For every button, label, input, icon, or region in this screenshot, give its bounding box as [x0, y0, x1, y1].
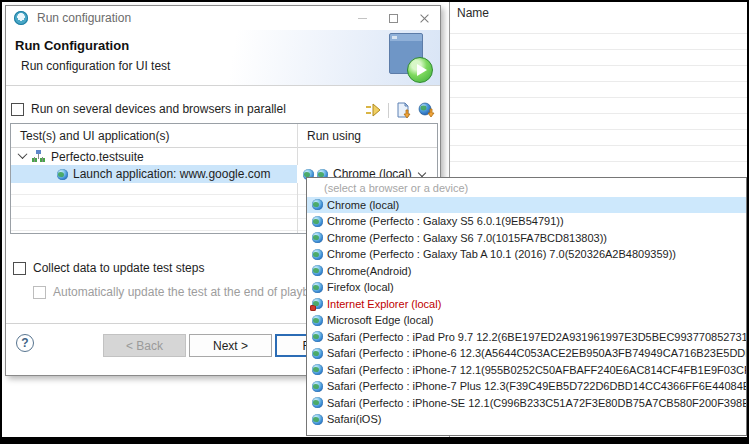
launch-application-cell[interactable]: Launch application: www.google.com [11, 165, 297, 183]
browser-device-dropdown: (select a browser or a device) Chrome (l… [306, 177, 747, 436]
empty-list-row [450, 130, 747, 146]
globe-icon [312, 249, 323, 260]
import-device-icon[interactable] [418, 102, 435, 118]
globe-icon [312, 199, 323, 210]
auto-update-row: Automatically update the test at the end… [33, 285, 328, 299]
column-header-tests[interactable]: Test(s) and UI application(s) [11, 129, 297, 143]
parallel-run-icon[interactable] [365, 102, 382, 118]
empty-list-row [450, 98, 747, 114]
collect-data-checkbox[interactable] [13, 262, 26, 275]
chevron-down-icon[interactable] [18, 149, 28, 159]
empty-list-row [450, 66, 747, 82]
globe-error-icon [312, 298, 323, 309]
next-button[interactable]: Next > [189, 334, 272, 357]
minimize-icon [358, 18, 367, 19]
minimize-button[interactable] [347, 6, 378, 30]
empty-list-row [450, 82, 747, 98]
dropdown-item-safari-ios[interactable]: Safari(iOS) [307, 411, 746, 428]
globe-icon [312, 331, 323, 342]
globe-icon [57, 169, 68, 180]
window-controls [347, 6, 440, 30]
run-config-app-icon [14, 11, 28, 25]
dropdown-item-chrome-galaxy-s6[interactable]: Chrome (Perfecto : Galaxy S6 7.0(1015FA7… [307, 230, 746, 247]
ui-test-play-icon [387, 33, 433, 83]
globe-icon [312, 232, 323, 243]
play-icon [407, 57, 433, 83]
dropdown-item-chrome-local[interactable]: Chrome (local) [307, 197, 746, 214]
toolbar-separator [388, 103, 389, 118]
testsuite-icon [32, 150, 45, 163]
parallel-checkbox-label: Run on several devices and browsers in p… [31, 102, 286, 116]
launch-application-label: Launch application: www.google.com [73, 167, 270, 181]
chevron-down-icon[interactable] [418, 169, 426, 177]
back-button: < Back [103, 334, 186, 357]
page-subtitle: Run configuration for UI test [21, 59, 170, 73]
globe-icon [312, 265, 323, 276]
globe-icon [312, 216, 323, 227]
close-button[interactable] [409, 6, 440, 30]
empty-list-row [450, 162, 747, 178]
collect-data-row: Collect data to update test steps [13, 261, 204, 275]
empty-list-row [450, 18, 747, 34]
globe-icon [312, 414, 323, 425]
collect-data-label: Collect data to update test steps [33, 261, 204, 275]
testsuite-label: Perfecto.testsuite [51, 150, 144, 164]
dropdown-placeholder: (select a browser or a device) [307, 180, 746, 197]
dropdown-item-safari-iphone-7-plus[interactable]: Safari (Perfecto : iPhone-7 Plus 12.3(F3… [307, 378, 746, 395]
dropdown-item-microsoft-edge-local[interactable]: Microsoft Edge (local) [307, 312, 746, 329]
dropdown-item-chrome-galaxy-s5[interactable]: Chrome (Perfecto : Galaxy S5 6.0.1(9EB54… [307, 213, 746, 230]
auto-update-checkbox [33, 286, 46, 299]
globe-icon [312, 282, 323, 293]
help-button[interactable]: ? [16, 334, 34, 352]
globe-icon [312, 397, 323, 408]
column-header-run-using[interactable]: Run using [297, 129, 361, 143]
dropdown-item-chrome-galaxy-tab[interactable]: Chrome (Perfecto : Galaxy Tab A 10.1 (20… [307, 246, 746, 263]
maximize-button[interactable] [378, 6, 409, 30]
dropdown-item-internet-explorer-local[interactable]: Internet Explorer (local) [307, 296, 746, 313]
table-header-row: Test(s) and UI application(s) Run using [11, 124, 437, 148]
import-test-icon[interactable] [395, 102, 412, 118]
globe-icon [312, 348, 323, 359]
empty-list-row [450, 50, 747, 66]
dialog-titlebar[interactable]: Run configuration [6, 6, 440, 30]
empty-list-row [450, 34, 747, 50]
name-panel-rows [450, 18, 747, 178]
page-title: Run Configuration [15, 38, 129, 53]
globe-icon [312, 364, 323, 375]
dropdown-item-safari-ipad-pro[interactable]: Safari (Perfecto : iPad Pro 9.7 12.2(6BE… [307, 329, 746, 346]
dropdown-item-chrome-android[interactable]: Chrome(Android) [307, 263, 746, 280]
dialog-title: Run configuration [37, 11, 131, 25]
dropdown-item-safari-iphone-se[interactable]: Safari (Perfecto : iPhone-SE 12.1(C996B2… [307, 395, 746, 412]
empty-list-row [450, 146, 747, 162]
dropdown-item-firefox-local[interactable]: Firefox (local) [307, 279, 746, 296]
tree-row-testsuite[interactable]: Perfecto.testsuite [11, 148, 437, 165]
empty-list-row [450, 114, 747, 130]
error-badge-icon [310, 305, 316, 311]
globe-icon [312, 381, 323, 392]
dropdown-item-safari-iphone-6[interactable]: Safari (Perfecto : iPhone-6 12.3(A5644C0… [307, 345, 746, 362]
auto-update-label: Automatically update the test at the end… [53, 285, 328, 299]
run-toolbar [365, 102, 435, 118]
dropdown-item-safari-iphone-7[interactable]: Safari (Perfecto : iPhone-7 12.1(955B025… [307, 362, 746, 379]
parallel-checkbox-row: Run on several devices and browsers in p… [11, 102, 286, 116]
maximize-icon [389, 14, 398, 23]
wizard-banner: Run Configuration Run configuration for … [6, 30, 440, 86]
parallel-checkbox[interactable] [11, 103, 24, 116]
globe-icon [312, 315, 323, 326]
close-icon [419, 13, 430, 24]
